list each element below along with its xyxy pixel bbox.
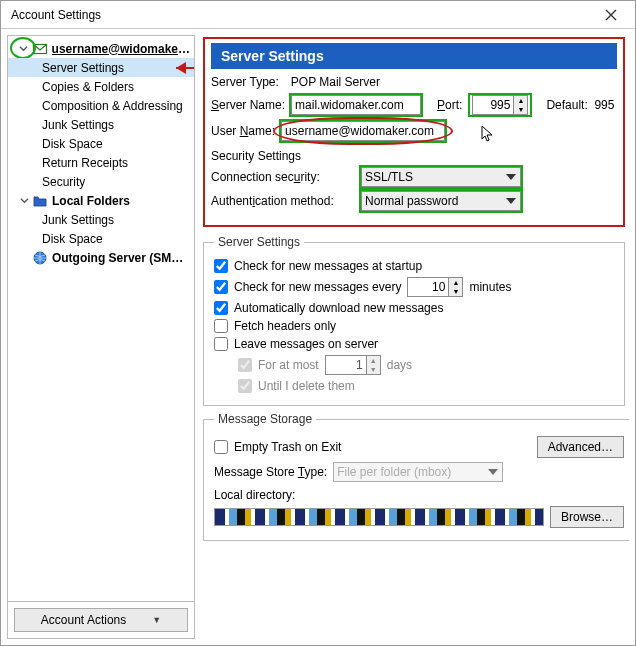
port-highlight: ▲▼ [468,93,532,117]
sidebar-item-security[interactable]: Security [8,172,194,191]
server-settings-legend: Server Settings [214,235,304,249]
account-actions-bar: Account Actions ▼ [8,601,194,638]
connection-security-label: Connection security: [211,170,355,184]
local-folders-label: Local Folders [52,194,130,208]
port-default-label: Default: 995 [546,98,614,112]
leave-on-server-checkbox[interactable] [214,337,228,351]
check-every-label: Check for new messages every [234,280,401,294]
annotation-box: Server Settings Server Type: POP Mail Se… [203,37,625,227]
check-startup-checkbox[interactable] [214,259,228,273]
auto-download-checkbox[interactable] [214,301,228,315]
leave-on-server-label: Leave messages on server [234,337,378,351]
server-name-input[interactable] [291,95,421,115]
check-every-suffix: minutes [469,280,511,294]
dropdown-icon: ▼ [152,615,161,625]
user-name-input[interactable] [281,121,445,141]
sidebar-item-composition[interactable]: Composition & Addressing [8,96,194,115]
mail-account-icon [32,41,48,57]
check-startup-row: Check for new messages at startup [214,259,614,273]
until-delete-checkbox [238,379,252,393]
store-type-select: File per folder (mbox) [333,462,503,482]
user-name-label: User Name: [211,124,275,138]
spin-down-icon[interactable]: ▼ [449,287,462,296]
empty-trash-label: Empty Trash on Exit [234,440,341,454]
account-tree[interactable]: username@widomaker.... Server Settings C… [8,36,194,601]
browse-button[interactable]: Browse… [550,506,624,528]
spin-up-icon: ▲ [367,356,380,365]
message-storage-legend: Message Storage [214,412,316,426]
sidebar-item-return-receipts[interactable]: Return Receipts [8,153,194,172]
auth-method-row: Authentication method: Normal password [211,191,617,211]
chevron-down-icon[interactable] [18,196,30,205]
local-dir-label: Local directory: [214,488,624,502]
spin-down-icon[interactable]: ▼ [514,105,527,114]
tree-outgoing-smtp[interactable]: Outgoing Server (SMTP) [8,248,194,267]
local-dir-row: Browse… [214,506,624,528]
until-delete-label: Until I delete them [258,379,355,393]
titlebar: Account Settings [1,1,635,29]
tree-local-folders[interactable]: Local Folders [8,191,194,210]
check-every-row: Check for new messages every ▲▼ minutes [214,277,614,297]
outgoing-label: Outgoing Server (SMTP) [52,251,190,265]
port-spinner[interactable]: ▲▼ [514,95,528,115]
check-every-checkbox[interactable] [214,280,228,294]
account-settings-window: Account Settings username@widomaker.... … [0,0,636,646]
cursor-icon [481,125,495,143]
sidebar-item-lf-disk[interactable]: Disk Space [8,229,194,248]
user-name-row: User Name: [211,121,617,141]
port-input[interactable] [472,95,514,115]
store-type-label: Message Store Type: [214,465,327,479]
annotation-oval [281,121,445,141]
sidebar-item-lf-junk[interactable]: Junk Settings [8,210,194,229]
page-title: Server Settings [211,43,617,69]
local-folders-icon [32,193,48,209]
for-at-most-input [325,355,367,375]
server-type-label: Server Type: [211,75,279,89]
close-button[interactable] [591,3,631,27]
spin-down-icon: ▼ [367,365,380,374]
spin-up-icon[interactable]: ▲ [514,96,527,105]
auto-download-row: Automatically download new messages [214,301,614,315]
tree-account-root[interactable]: username@widomaker.... [8,39,194,58]
leave-on-server-row: Leave messages on server [214,337,614,351]
server-name-label: Server Name: [211,98,285,112]
security-settings-heading: Security Settings [211,149,617,163]
check-every-spinner[interactable]: ▲▼ [449,277,463,297]
window-title: Account Settings [11,8,101,22]
account-tree-sidebar: username@widomaker.... Server Settings C… [7,35,195,639]
for-at-most-suffix: days [387,358,412,372]
sidebar-item-disk-space[interactable]: Disk Space [8,134,194,153]
empty-trash-row: Empty Trash on Exit Advanced… [214,436,624,458]
server-settings-group: Server Settings Check for new messages a… [203,235,625,406]
auto-download-label: Automatically download new messages [234,301,443,315]
account-name-label: username@widomaker.... [52,42,190,56]
server-name-row: Server Name: Port: ▲▼ Default: 995 [211,93,617,117]
check-startup-label: Check for new messages at startup [234,259,422,273]
for-at-most-row: For at most ▲▼ days [238,355,614,375]
fetch-headers-checkbox[interactable] [214,319,228,333]
local-directory-input[interactable] [214,508,544,526]
server-type-value: POP Mail Server [291,75,380,89]
fetch-headers-row: Fetch headers only [214,319,614,333]
auth-method-select[interactable]: Normal password [361,191,521,211]
check-every-input[interactable] [407,277,449,297]
connection-security-row: Connection security: SSL/TLS [211,167,617,187]
sidebar-item-copies-folders[interactable]: Copies & Folders [8,77,194,96]
store-type-row: Message Store Type: File per folder (mbo… [214,462,624,482]
sidebar-item-junk[interactable]: Junk Settings [8,115,194,134]
connection-security-select[interactable]: SSL/TLS [361,167,521,187]
account-actions-label: Account Actions [41,613,126,627]
settings-content: Server Settings Server Type: POP Mail Se… [201,35,629,639]
chevron-down-icon[interactable] [18,44,30,53]
advanced-button[interactable]: Advanced… [537,436,624,458]
sidebar-item-server-settings[interactable]: Server Settings [8,58,194,77]
spin-up-icon[interactable]: ▲ [449,278,462,287]
annotation-arrow [166,60,194,76]
for-at-most-spinner: ▲▼ [367,355,381,375]
empty-trash-checkbox[interactable] [214,440,228,454]
fetch-headers-label: Fetch headers only [234,319,336,333]
server-type-row: Server Type: POP Mail Server [211,75,617,89]
close-icon [605,9,617,21]
message-storage-group: Message Storage Empty Trash on Exit Adva… [203,412,629,541]
account-actions-button[interactable]: Account Actions ▼ [14,608,188,632]
